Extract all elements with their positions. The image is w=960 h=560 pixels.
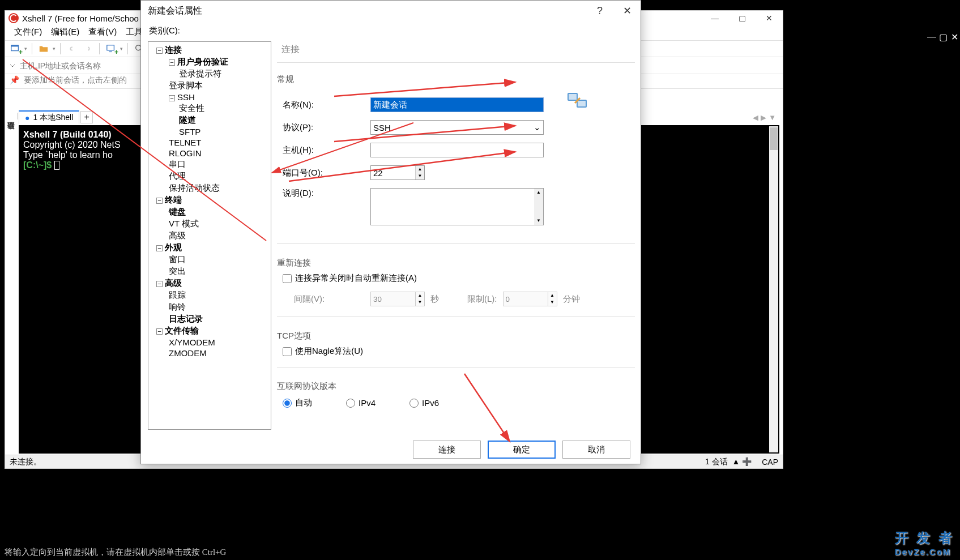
tree-item-label: SSH xyxy=(177,92,195,102)
row-interval: 间隔(V): ▲▼ 秒 限制(L): ▲▼ 分钟 xyxy=(288,292,635,306)
tree-item[interactable]: ZMODEM xyxy=(148,348,271,358)
tree-item[interactable]: −文件传输 xyxy=(148,325,271,337)
tree-item[interactable]: 代理 xyxy=(148,170,271,182)
tree-item[interactable]: −连接 xyxy=(148,44,271,56)
tab-menu-button[interactable]: ▼ xyxy=(769,113,776,122)
tab-next-button[interactable]: ▶ xyxy=(761,113,766,122)
name-input[interactable] xyxy=(370,97,544,112)
plus-badge-icon: + xyxy=(114,48,118,56)
tree-item[interactable]: 键盘 xyxy=(148,206,271,218)
dropdown-icon[interactable] xyxy=(8,62,16,70)
tree-item[interactable]: −SSH xyxy=(148,92,271,102)
tab-label: 1 本地Shell xyxy=(33,113,73,123)
tab-local-shell[interactable]: ● 1 本地Shell xyxy=(19,110,79,124)
tree-item[interactable]: −高级 xyxy=(148,277,271,289)
tree-item[interactable]: −终端 xyxy=(148,194,271,206)
tab-prev-button[interactable]: ◀ xyxy=(753,113,758,122)
tree-toggle-icon[interactable]: − xyxy=(156,328,163,335)
menu-file[interactable]: 文件(F) xyxy=(10,25,46,40)
spin-up-icon[interactable]: ▲ xyxy=(416,166,424,173)
terminal-scrollbar[interactable] xyxy=(769,126,778,452)
auto-reconnect-checkbox[interactable] xyxy=(283,274,292,283)
tree-item-label: 日志记录 xyxy=(169,314,203,323)
tree-toggle-icon[interactable]: − xyxy=(156,281,163,287)
settings-pane: 连接 常规 名称(N): 协议(P): SSH ⌄ xyxy=(277,41,635,430)
cancel-button[interactable]: 取消 xyxy=(562,441,630,459)
port-input[interactable] xyxy=(371,166,415,179)
tree-item[interactable]: 响铃 xyxy=(148,301,271,313)
tree-item-label: 响铃 xyxy=(169,302,186,311)
xshell-logo-icon xyxy=(8,13,19,23)
menu-view[interactable]: 查看(V) xyxy=(84,25,121,40)
new-session-button[interactable]: + xyxy=(8,42,22,55)
sidebar-label[interactable]: 会话管理器 xyxy=(5,113,18,119)
radio-ipv6[interactable]: IPv6 xyxy=(409,397,439,408)
settings-button[interactable]: + xyxy=(104,42,118,55)
unlink-button[interactable] xyxy=(81,42,95,55)
description-textarea[interactable]: ▲▼ xyxy=(370,188,544,225)
close-button[interactable]: ✕ xyxy=(756,11,783,25)
tree-item-label: 外观 xyxy=(165,242,182,252)
tree-item[interactable]: VT 模式 xyxy=(148,218,271,230)
tree-item[interactable]: 高级 xyxy=(148,230,271,242)
tree-item[interactable]: TELNET xyxy=(148,137,271,148)
scrollbar-thumb[interactable] xyxy=(770,127,778,150)
add-tab-button[interactable]: + xyxy=(80,111,93,123)
prompt: [C:\~]$ xyxy=(23,160,54,170)
tree-item[interactable]: −外观 xyxy=(148,242,271,254)
radio-auto[interactable]: 自动 xyxy=(283,397,312,408)
category-tree[interactable]: −连接−用户身份验证登录提示符登录脚本−SSH安全性隧道SFTPTELNETRL… xyxy=(148,41,271,430)
tree-item[interactable]: SFTP xyxy=(148,126,271,137)
tree-item[interactable]: 窗口 xyxy=(148,254,271,266)
spin-down-icon[interactable]: ▼ xyxy=(416,173,424,179)
tree-toggle-icon[interactable]: − xyxy=(169,95,175,101)
ok-button[interactable]: 确定 xyxy=(488,441,556,459)
tree-toggle-icon[interactable]: − xyxy=(156,48,163,54)
tree-item[interactable]: 登录脚本 xyxy=(148,80,271,92)
tree-item[interactable]: 保持活动状态 xyxy=(148,182,271,194)
host-input[interactable] xyxy=(370,143,544,157)
svg-rect-2 xyxy=(107,45,114,50)
port-spinner[interactable]: ▲▼ xyxy=(370,165,425,180)
tree-item[interactable]: 串口 xyxy=(148,159,271,170)
maximize-button[interactable]: ▢ xyxy=(728,11,756,25)
textarea-scrollbar[interactable]: ▲▼ xyxy=(534,189,543,225)
nagle-checkbox[interactable] xyxy=(283,347,292,356)
menu-edit[interactable]: 编辑(E) xyxy=(46,25,84,40)
tree-toggle-icon[interactable]: − xyxy=(156,198,163,204)
radio-ipv4[interactable]: IPv4 xyxy=(346,397,376,408)
tree-item[interactable]: 突出 xyxy=(148,266,271,277)
new-session-properties-dialog: 新建会话属性 ? ✕ 类别(C): −连接−用户身份验证登录提示符登录脚本−SS… xyxy=(140,0,641,464)
tree-toggle-icon[interactable]: − xyxy=(169,59,175,66)
tree-item[interactable]: 隧道 xyxy=(148,114,271,126)
tab-nav: ◀ ▶ ▼ xyxy=(753,113,779,122)
status-connection: 未连接。 xyxy=(10,457,41,467)
unlink-icon xyxy=(83,44,93,54)
unit-minutes: 分钟 xyxy=(563,294,580,305)
group-reconnect: 重新连接 xyxy=(277,258,635,268)
tree-item-label: 终端 xyxy=(165,195,182,204)
label-limit: 限制(L): xyxy=(462,294,497,305)
tree-item[interactable]: X/YMODEM xyxy=(148,337,271,348)
hosts-icon xyxy=(566,89,589,112)
minimize-button[interactable]: — xyxy=(701,11,728,25)
protocol-select[interactable]: SSH ⌄ xyxy=(370,120,544,135)
tree-item-label: TELNET xyxy=(169,138,202,147)
tree-item-label: 键盘 xyxy=(169,207,186,216)
tree-item[interactable]: RLOGIN xyxy=(148,148,271,159)
open-button[interactable] xyxy=(37,42,50,55)
tree-item-label: 窗口 xyxy=(169,254,186,264)
protocol-value: SSH xyxy=(373,123,391,132)
tree-item[interactable]: −用户身份验证 xyxy=(148,56,271,68)
tree-item[interactable]: 日志记录 xyxy=(148,313,271,325)
connect-button[interactable]: 连接 xyxy=(413,441,481,459)
tree-item[interactable]: 安全性 xyxy=(148,102,271,114)
tree-toggle-icon[interactable]: − xyxy=(156,245,163,251)
link-button[interactable] xyxy=(65,42,79,55)
tree-item[interactable]: 登录提示符 xyxy=(148,68,271,80)
dialog-help-button[interactable]: ? xyxy=(586,1,613,21)
dialog-footer: 连接 确定 取消 xyxy=(141,435,641,464)
dialog-close-button[interactable]: ✕ xyxy=(613,1,641,21)
nagle-label: 使用Nagle算法(U) xyxy=(295,346,363,357)
tree-item[interactable]: 跟踪 xyxy=(148,289,271,301)
